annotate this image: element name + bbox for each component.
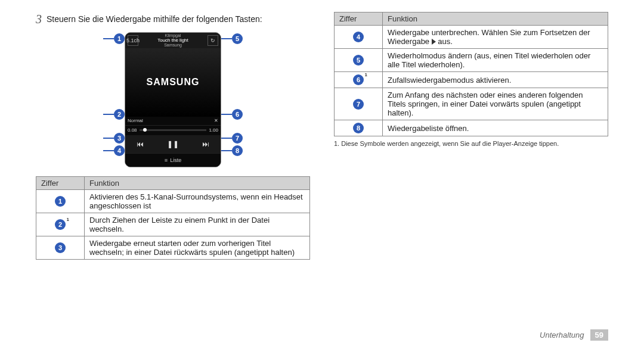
surround-button: 5.1ch (128, 35, 138, 46)
col-funktion: Funktion (85, 177, 310, 190)
page-footer: Unterhaltung 59 (540, 329, 608, 341)
footnote: 1. Diese Symbole werden angezeigt, wenn … (334, 140, 608, 147)
callout-badge: 5 (232, 33, 243, 44)
row-ziffer: 1 (36, 190, 85, 213)
row-funktion: Aktivieren des 5.1-Kanal-Surroundsystems… (85, 190, 310, 213)
row-funktion: Wiedergabeliste öffnen. (383, 120, 608, 136)
phone-mock: 5.1ch Klimpgal Touch the light Samsung ↻… (125, 32, 221, 167)
repeat-button: ↻ (208, 35, 218, 46)
time-elapsed: 0.08 (128, 127, 137, 133)
row-ziffer: 7 (335, 88, 383, 120)
callout-badge: 7 (232, 133, 243, 144)
table-row: 7Zum Anfang des nächsten oder eines ande… (335, 88, 608, 120)
play-icon (432, 39, 436, 45)
next-icon: ⏭ (202, 140, 209, 148)
step-line: 3 Steuern Sie die Wiedergabe mithilfe de… (36, 12, 310, 26)
row-funktion: Zufallswiedergabemodus aktivieren. (383, 72, 608, 88)
callout-badge: 4 (114, 145, 125, 156)
footnote-marker: 1 (365, 72, 367, 77)
callout-badge: 3 (114, 133, 125, 144)
ziffer-badge: 8 (353, 123, 364, 133)
right-callout-stack: 5 6 7 8 (221, 31, 243, 168)
album-art-logo: SAMSUNG (125, 48, 221, 117)
artist-label: Samsung (164, 43, 182, 47)
phone-titlebar: 5.1ch Klimpgal Touch the light Samsung ↻ (125, 33, 221, 48)
table-row: 5Wiederholmodus ändern (aus, einen Titel… (335, 49, 608, 72)
col-ziffer: Ziffer (335, 13, 383, 26)
time-total: 1.00 (209, 127, 218, 133)
ziffer-badge: 1 (55, 196, 66, 207)
progress-bar (140, 129, 207, 131)
function-table-right: Ziffer Funktion 4Wiedergabe unterbrechen… (334, 12, 608, 136)
row-ziffer: 61 (335, 72, 383, 88)
pause-icon: ❚❚ (167, 140, 179, 148)
ziffer-badge: 5 (353, 55, 364, 66)
list-icon: ≡ (165, 157, 168, 163)
playlist-row: ≡ Liste (125, 153, 221, 167)
left-column: 3 Steuern Sie die Wiedergabe mithilfe de… (36, 12, 310, 263)
ziffer-badge: 3 (55, 242, 66, 253)
row-funktion: Wiederholmodus ändern (aus, einen Titel … (383, 49, 608, 72)
col-ziffer: Ziffer (36, 177, 85, 190)
shuffle-icon: ✕ (214, 118, 218, 123)
col-funktion: Funktion (383, 13, 608, 26)
eq-mode-label: Normal (128, 118, 143, 123)
callout-badge: 8 (232, 145, 243, 156)
table-row: 61Zufallswiedergabemodus aktivieren. (335, 72, 608, 88)
step-text: Steuern Sie die Wiedergabe mithilfe der … (47, 12, 262, 26)
row-ziffer: 5 (335, 49, 383, 72)
table-row: 1Aktivieren des 5.1-Kanal-Surroundsystem… (36, 190, 310, 213)
callout-badge: 6 (232, 109, 243, 120)
row-ziffer: 21 (36, 213, 85, 236)
row-funktion: Wiedergabe unterbrechen. Wählen Sie zum … (383, 26, 608, 49)
row-funktion: Durch Ziehen der Leiste zu einem Punkt i… (85, 213, 310, 236)
device-figure: 1 2 3 4 5.1ch Klimpgal Touch the light S… (36, 31, 310, 168)
row-funktion: Wiedergabe erneut starten oder zum vorhe… (85, 236, 310, 260)
controls-row: ⏮ ❚❚ ⏭ (125, 135, 221, 153)
left-callout-stack: 1 2 3 4 (103, 31, 125, 168)
footnote-marker: 1 (67, 217, 69, 222)
ziffer-badge: 7 (353, 99, 364, 110)
album-label: Klimpgal (165, 33, 181, 38)
track-title: Touch the light (157, 38, 188, 43)
row-ziffer: 3 (36, 236, 85, 260)
callout-badge: 2 (114, 109, 125, 120)
row-funktion: Zum Anfang des nächsten oder eines ander… (383, 88, 608, 120)
row-ziffer: 4 (335, 26, 383, 49)
ziffer-badge: 61 (353, 74, 364, 85)
list-label: Liste (170, 157, 181, 163)
page: 3 Steuern Sie die Wiedergabe mithilfe de… (0, 0, 644, 263)
table-row: 8Wiedergabeliste öffnen. (335, 120, 608, 136)
function-table-left: Ziffer Funktion 1Aktivieren des 5.1-Kana… (36, 176, 310, 260)
right-column: Ziffer Funktion 4Wiedergabe unterbrechen… (334, 12, 608, 263)
callout-badge: 1 (114, 33, 125, 44)
table-row: 4Wiedergabe unterbrechen. Wählen Sie zum… (335, 26, 608, 49)
page-number: 59 (590, 329, 608, 341)
section-name: Unterhaltung (540, 331, 584, 339)
table-row: 3Wiedergabe erneut starten oder zum vorh… (36, 236, 310, 260)
progress-row: 0.08 1.00 (125, 125, 221, 135)
step-number: 3 (36, 12, 42, 26)
ziffer-badge: 21 (55, 219, 66, 230)
table-row: 21Durch Ziehen der Leiste zu einem Punkt… (36, 213, 310, 236)
ziffer-badge: 4 (353, 32, 364, 42)
mode-row: Normal ✕ (125, 117, 221, 125)
row-ziffer: 8 (335, 120, 383, 136)
prev-icon: ⏮ (137, 140, 144, 148)
